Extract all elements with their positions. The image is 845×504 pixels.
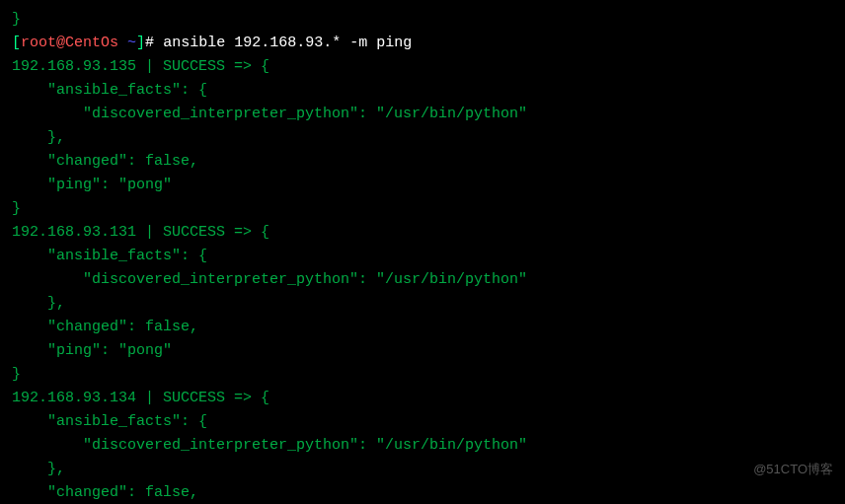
facts-close: }, (12, 458, 833, 481)
host-header: 192.168.93.135 | SUCCESS => { (12, 55, 833, 79)
pre-brace: } (12, 8, 833, 32)
prompt-line-1[interactable]: [root@CentOs ~]# ansible 192.168.93.* -m… (12, 32, 833, 55)
interpreter-line: "discovered_interpreter_python": "/usr/b… (12, 434, 833, 458)
facts-open: "ansible_facts": { (12, 410, 833, 434)
ping-line: "ping": "pong" (12, 174, 833, 197)
host-header: 192.168.93.134 | SUCCESS => { (12, 387, 833, 410)
prompt-open-bracket: [ (12, 35, 21, 51)
close-brace: } (12, 363, 833, 387)
prompt-close-bracket: ] (136, 35, 145, 51)
prompt-host: CentOs (65, 35, 118, 51)
interpreter-line: "discovered_interpreter_python": "/usr/b… (12, 103, 833, 126)
facts-open: "ansible_facts": { (12, 245, 833, 268)
prompt-space (118, 35, 127, 51)
changed-line: "changed": false, (12, 481, 833, 504)
watermark-text: @51CTO博客 (753, 460, 833, 480)
ping-line: "ping": "pong" (12, 339, 833, 363)
command-text: ansible 192.168.93.* -m ping (163, 35, 412, 51)
prompt-tilde: ~ (127, 35, 136, 51)
facts-close: }, (12, 292, 833, 316)
terminal-output: } [root@CentOs ~]# ansible 192.168.93.* … (12, 8, 833, 504)
close-brace: } (12, 197, 833, 221)
prompt-user: root (21, 35, 56, 51)
changed-line: "changed": false, (12, 316, 833, 339)
interpreter-line: "discovered_interpreter_python": "/usr/b… (12, 268, 833, 292)
changed-line: "changed": false, (12, 150, 833, 174)
facts-open: "ansible_facts": { (12, 79, 833, 103)
prompt-at: @ (56, 35, 65, 51)
facts-close: }, (12, 126, 833, 150)
host-header: 192.168.93.131 | SUCCESS => { (12, 221, 833, 245)
prompt-hash: # (145, 35, 163, 51)
